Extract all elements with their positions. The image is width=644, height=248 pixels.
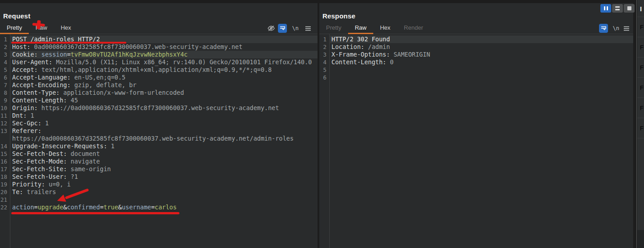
- code-text: Host: 0ad000860367d32585fc8f7300060037.w…: [10, 43, 318, 51]
- inspector-row[interactable]: F: [637, 118, 644, 138]
- line-number: 17: [0, 165, 10, 173]
- tab-pretty[interactable]: Pretty: [0, 23, 29, 34]
- stop-button[interactable]: [624, 4, 635, 13]
- tab-hex[interactable]: Hex: [373, 23, 397, 34]
- word-wrap-toggle-button[interactable]: [599, 24, 608, 33]
- inspector-row[interactable]: F: [637, 58, 644, 78]
- code-line[interactable]: 9Content-Length: 45: [0, 97, 318, 104]
- code-line[interactable]: 5: [319, 66, 633, 74]
- line-number: 1: [319, 35, 329, 43]
- eye-off-icon[interactable]: [267, 24, 275, 33]
- request-panel: Request Pretty Raw Hex \n: [0, 3, 318, 248]
- code-text: User-Agent: Mozilla/5.0 (X11; Linux x86_…: [10, 58, 318, 66]
- response-panel-header: Response Pretty Raw Hex Render \n: [319, 3, 633, 34]
- code-text: HTTP/2 302 Found: [329, 35, 633, 43]
- code-line[interactable]: 10Origin: https://0ad000860367d32585fc8f…: [0, 104, 318, 112]
- newline-icon: \n: [292, 25, 299, 31]
- line-number: 4: [0, 58, 10, 66]
- tab-raw[interactable]: Raw: [348, 23, 373, 34]
- code-line[interactable]: 7Accept-Encoding: gzip, deflate, br: [0, 81, 318, 89]
- code-line[interactable]: 16Sec-Fetch-Mode: navigate: [0, 158, 318, 165]
- code-line[interactable]: https://0ad000860367d32585fc8f7300060037…: [0, 135, 318, 142]
- inspector-row[interactable]: F: [637, 37, 644, 58]
- editor-menu-button[interactable]: [623, 24, 630, 33]
- line-number: 19: [0, 181, 10, 188]
- inspector-divider[interactable]: [636, 0, 637, 248]
- request-panel-header: Request Pretty Raw Hex \n: [0, 3, 318, 34]
- inspector-row[interactable]: F: [637, 98, 644, 118]
- code-line[interactable]: 8Content-Type: application/x-www-form-ur…: [0, 89, 318, 97]
- tab-render[interactable]: Render: [397, 23, 430, 34]
- line-number: [0, 135, 10, 142]
- line-number: 2: [0, 43, 10, 51]
- code-line[interactable]: 15Sec-Fetch-Dest: document: [0, 150, 318, 158]
- code-text: Location: /admin: [329, 43, 633, 51]
- code-line[interactable]: 2Location: /admin: [319, 43, 633, 51]
- response-tabs: Pretty Raw Hex Render: [319, 23, 430, 34]
- line-number: 15: [0, 150, 10, 158]
- line-number: 8: [0, 89, 10, 97]
- code-line[interactable]: 6Accept-Language: en-US,en;q=0.5: [0, 74, 318, 81]
- request-panel-title: Request: [3, 12, 31, 20]
- line-number: 6: [319, 74, 329, 81]
- code-line[interactable]: 17Sec-Fetch-Site: same-origin: [0, 165, 318, 173]
- code-text: Priority: u=0, i: [10, 181, 318, 188]
- line-number: 14: [0, 142, 10, 150]
- code-text: Sec-Fetch-User: ?1: [10, 173, 318, 181]
- pause-button[interactable]: [600, 4, 611, 13]
- newline-icon: \n: [613, 25, 619, 31]
- code-text: Content-Length: 0: [329, 58, 633, 66]
- lines-button[interactable]: [612, 4, 623, 13]
- code-line[interactable]: 4Content-Length: 0: [319, 58, 633, 66]
- code-line[interactable]: 12Sec-Gpc: 1: [0, 120, 318, 127]
- line-number: 2: [319, 43, 329, 51]
- code-line[interactable]: 14Upgrade-Insecure-Requests: 1: [0, 142, 318, 150]
- code-text: Te: trailers: [10, 188, 318, 196]
- response-editor[interactable]: 1HTTP/2 302 Found2Location: /admin3X-Fra…: [319, 34, 633, 248]
- line-number: 22: [0, 204, 10, 211]
- code-text: [10, 196, 318, 204]
- code-text: [329, 74, 633, 81]
- code-line[interactable]: 13Referer:: [0, 127, 318, 135]
- tab-hex[interactable]: Hex: [54, 23, 78, 34]
- code-line[interactable]: 11Dnt: 1: [0, 112, 318, 120]
- request-editor[interactable]: 1POST /admin-roles HTTP/22Host: 0ad00086…: [0, 34, 318, 248]
- inspector-row[interactable]: F: [637, 78, 644, 98]
- inspector-header[interactable]: I: [637, 0, 644, 17]
- word-wrap-toggle-button[interactable]: [278, 24, 287, 33]
- line-number: 21: [0, 196, 10, 204]
- hamburger-menu-icon: [623, 26, 630, 31]
- inspector-row[interactable]: F: [637, 17, 644, 37]
- tab-raw[interactable]: Raw: [29, 23, 54, 34]
- line-number: 12: [0, 120, 10, 127]
- code-line[interactable]: 20Te: trailers: [0, 188, 318, 196]
- code-text: X-Frame-Options: SAMEORIGIN: [329, 51, 633, 58]
- code-line[interactable]: 5Accept: text/html,application/xhtml+xml…: [0, 66, 318, 74]
- word-wrap-icon: [280, 26, 286, 31]
- code-line[interactable]: 3X-Frame-Options: SAMEORIGIN: [319, 51, 633, 58]
- tab-pretty[interactable]: Pretty: [319, 23, 348, 34]
- code-text: Dnt: 1: [10, 112, 318, 120]
- line-number: 4: [319, 58, 329, 66]
- code-line[interactable]: 18Sec-Fetch-User: ?1: [0, 173, 318, 181]
- code-line[interactable]: 2Host: 0ad000860367d32585fc8f7300060037.…: [0, 43, 318, 51]
- code-text: https://0ad000860367d32585fc8f7300060037…: [10, 135, 318, 142]
- code-line[interactable]: 6: [319, 74, 633, 81]
- code-line[interactable]: 3Cookie: session=tvFmwO8vTU2Af1hKqJzvwNe…: [0, 51, 318, 58]
- code-text: action=upgrade&confirmed=true&username=c…: [10, 204, 318, 211]
- code-line[interactable]: 1HTTP/2 302 Found: [319, 35, 633, 43]
- code-line[interactable]: 4User-Agent: Mozilla/5.0 (X11; Linux x86…: [0, 58, 318, 66]
- code-line[interactable]: 22action=upgrade&confirmed=true&username…: [0, 204, 318, 211]
- code-text: Upgrade-Insecure-Requests: 1: [10, 142, 318, 150]
- newline-toggle[interactable]: \n: [613, 24, 619, 33]
- line-number: 5: [319, 66, 329, 74]
- line-number: 3: [0, 51, 10, 58]
- code-line[interactable]: 19Priority: u=0, i: [0, 181, 318, 188]
- code-line[interactable]: 1POST /admin-roles HTTP/2: [0, 35, 318, 43]
- code-line[interactable]: 21: [0, 196, 318, 204]
- code-text: Content-Type: application/x-www-form-url…: [10, 89, 318, 97]
- inspector-strip: I F F F F F F: [637, 0, 644, 248]
- code-text: Cookie: session=tvFmwO8vTU2Af1hKqJzvwNez…: [10, 51, 318, 58]
- editor-menu-button[interactable]: [305, 24, 311, 33]
- newline-toggle[interactable]: \n: [292, 24, 299, 33]
